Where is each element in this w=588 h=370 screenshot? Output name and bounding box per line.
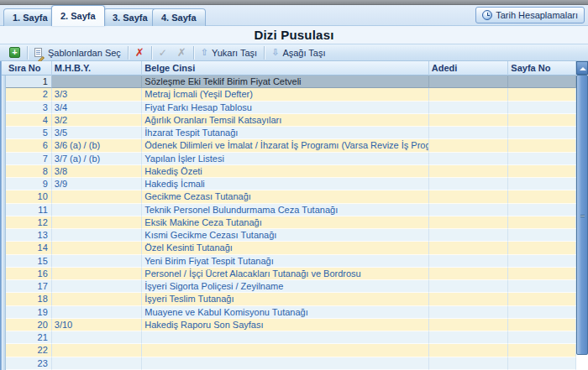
cell-belge[interactable]: İhzarat Tespit Tutanağı: [142, 127, 428, 139]
table-row[interactable]: 22: [6, 344, 576, 357]
cell-adedi[interactable]: [429, 344, 509, 357]
table-row[interactable]: 18İşyeri Teslim Tutanağı: [6, 293, 576, 305]
cell-sayfa[interactable]: [508, 216, 576, 229]
add-row-button[interactable]: +: [4, 45, 25, 60]
cell-sira[interactable]: 13: [6, 229, 52, 242]
cell-belge[interactable]: Yapılan İşler Listesi: [142, 153, 428, 165]
cell-belge[interactable]: [142, 331, 428, 344]
cell-mhby[interactable]: [52, 344, 143, 357]
cell-adedi[interactable]: [429, 229, 509, 242]
cell-belge[interactable]: Hakediş İcmali: [142, 178, 428, 190]
cell-mhby[interactable]: 3/6 (a) / (b): [52, 139, 143, 152]
table-row[interactable]: 53/5İhzarat Tespit Tutanağı: [6, 127, 576, 139]
cell-belge[interactable]: Gecikme Cezası Tutanağı: [142, 190, 428, 203]
cell-belge[interactable]: Sözleşme Eki Teklif Birim Fiyat Cetveli: [142, 76, 428, 88]
cell-adedi[interactable]: [429, 204, 509, 216]
table-row[interactable]: 14Özel Kesinti Tutanağı: [6, 242, 576, 254]
cell-sira[interactable]: 21: [6, 331, 52, 344]
cell-sira[interactable]: 23: [6, 357, 52, 370]
cell-mhby[interactable]: [52, 268, 143, 280]
cell-sayfa[interactable]: [508, 255, 576, 268]
cell-sayfa[interactable]: [508, 357, 576, 370]
cell-adedi[interactable]: [429, 331, 509, 344]
cell-belge[interactable]: Hakediş Özeti: [142, 165, 428, 178]
table-row[interactable]: 23: [6, 357, 576, 370]
cell-sayfa[interactable]: [508, 165, 576, 178]
table-row[interactable]: 13Kısmi Gecikme Cezası Tutanağı: [6, 229, 576, 242]
cell-sira[interactable]: 9: [6, 178, 52, 190]
cell-sayfa[interactable]: [508, 306, 576, 319]
tab-sayfa-2[interactable]: 2. Sayfa: [51, 5, 105, 26]
table-row[interactable]: 10Gecikme Cezası Tutanağı: [6, 190, 576, 203]
cell-sayfa[interactable]: [508, 268, 576, 280]
cell-sira[interactable]: 10: [6, 190, 52, 203]
column-header-adedi[interactable]: Adedi: [429, 61, 509, 76]
cell-sira[interactable]: 22: [6, 344, 52, 357]
cell-belge[interactable]: Eksik Makine Ceza Tutanağı: [142, 216, 428, 229]
cell-adedi[interactable]: [429, 76, 509, 88]
cell-adedi[interactable]: [429, 139, 509, 152]
table-row[interactable]: 43/2Ağırlık Oranları Temsil Katsayıları: [6, 114, 576, 127]
cell-adedi[interactable]: [429, 114, 509, 127]
cell-mhby[interactable]: [52, 293, 143, 305]
cancel-button[interactable]: ✗: [172, 45, 192, 60]
cell-adedi[interactable]: [429, 319, 509, 331]
cell-sayfa[interactable]: [508, 293, 576, 305]
table-row[interactable]: 21: [6, 331, 576, 344]
cell-adedi[interactable]: [429, 216, 509, 229]
cell-mhby[interactable]: [52, 204, 143, 216]
cell-sira[interactable]: 14: [6, 242, 52, 254]
cell-mhby[interactable]: [52, 190, 143, 203]
cell-belge[interactable]: Yeni Birim Fiyat Tespit Tutanağı: [142, 255, 428, 268]
cell-mhby[interactable]: 3/10: [52, 319, 143, 331]
cell-adedi[interactable]: [429, 306, 509, 319]
cell-belge[interactable]: İşyeri Sigorta Poliçesi / Zeyilname: [142, 280, 428, 293]
table-row[interactable]: 1Sözleşme Eki Teklif Birim Fiyat Cetveli: [6, 76, 576, 88]
cell-sira[interactable]: 3: [6, 102, 52, 114]
cell-sayfa[interactable]: [508, 344, 576, 357]
column-header-sira-no[interactable]: Sıra No: [6, 61, 52, 76]
cell-mhby[interactable]: [52, 76, 143, 88]
cell-belge[interactable]: Ağırlık Oranları Temsil Katsayıları: [142, 114, 428, 127]
table-row[interactable]: 73/7 (a) / (b)Yapılan İşler Listesi: [6, 153, 576, 165]
cell-sira[interactable]: 11: [6, 204, 52, 216]
cell-mhby[interactable]: 3/3: [52, 88, 143, 101]
cell-mhby[interactable]: 3/7 (a) / (b): [52, 153, 143, 165]
vertical-scrollbar[interactable]: [576, 61, 588, 370]
cell-sira[interactable]: 6: [6, 139, 52, 152]
cell-mhby[interactable]: [52, 331, 143, 344]
cell-sira[interactable]: 4: [6, 114, 52, 127]
confirm-button[interactable]: ✓: [154, 45, 172, 60]
cell-sira[interactable]: 20: [6, 319, 52, 331]
cell-adedi[interactable]: [429, 153, 509, 165]
cell-belge[interactable]: Personel / İşçi Ücret Alacakları Tutanağ…: [142, 268, 428, 280]
cell-sayfa[interactable]: [508, 190, 576, 203]
table-row[interactable]: 83/8Hakediş Özeti: [6, 165, 576, 178]
cell-belge[interactable]: Hakediş Raporu Son Sayfası: [142, 319, 428, 331]
cell-sira[interactable]: 5: [6, 127, 52, 139]
table-row[interactable]: 63/6 (a) / (b)Ödenek Dilimleri ve İmalat…: [6, 139, 576, 152]
cell-sira[interactable]: 2: [6, 88, 52, 101]
cell-adedi[interactable]: [429, 357, 509, 370]
cell-sira[interactable]: 19: [6, 306, 52, 319]
cell-sira[interactable]: 18: [6, 293, 52, 305]
delete-row-button[interactable]: ✗: [130, 45, 150, 60]
cell-mhby[interactable]: 3/9: [52, 178, 143, 190]
cell-mhby[interactable]: [52, 357, 143, 370]
date-calculations-button[interactable]: Tarih Hesaplamaları: [475, 7, 585, 23]
tab-sayfa-4[interactable]: 4. Sayfa: [152, 8, 206, 26]
tab-sayfa-3[interactable]: 3. Sayfa: [103, 8, 157, 26]
cell-mhby[interactable]: 3/4: [52, 102, 143, 114]
column-header-sayfa-no[interactable]: Sayfa No: [508, 61, 576, 76]
cell-sira[interactable]: 16: [6, 268, 52, 280]
table-row[interactable]: 17İşyeri Sigorta Poliçesi / Zeyilname: [6, 280, 576, 293]
cell-mhby[interactable]: [52, 255, 143, 268]
cell-sayfa[interactable]: [508, 114, 576, 127]
table-row[interactable]: 203/10Hakediş Raporu Son Sayfası: [6, 319, 576, 331]
cell-sira[interactable]: 15: [6, 255, 52, 268]
table-row[interactable]: 23/3Metraj İcmali (Yeşil Defter): [6, 88, 576, 101]
table-row[interactable]: 33/4Fiyat Farkı Hesap Tablosu: [6, 102, 576, 114]
cell-mhby[interactable]: 3/5: [52, 127, 143, 139]
cell-mhby[interactable]: [52, 280, 143, 293]
table-row[interactable]: 16Personel / İşçi Ücret Alacakları Tutan…: [6, 268, 576, 280]
